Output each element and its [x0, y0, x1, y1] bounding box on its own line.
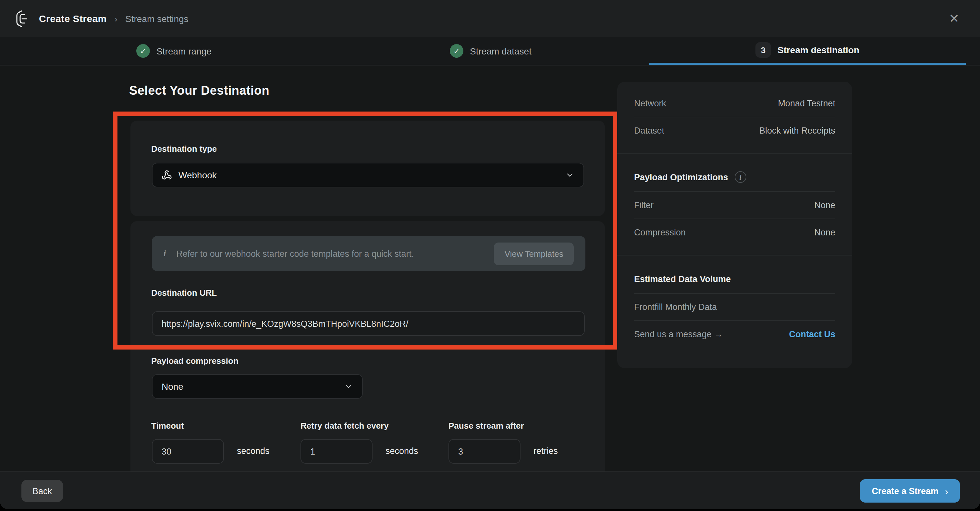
- chevron-down-icon: [344, 382, 353, 391]
- create-stream-label: Create a Stream: [872, 486, 939, 496]
- step-bar: ✓ Stream range ✓ Stream dataset 3 Stream…: [0, 37, 980, 65]
- summary-label: Dataset: [634, 126, 664, 135]
- summary-value: Block with Receipts: [759, 126, 835, 135]
- check-icon: ✓: [450, 44, 463, 58]
- summary-row-filter: Filter None: [634, 191, 835, 219]
- retry-label: Retry data fetch every: [301, 421, 389, 431]
- tab-label: Stream destination: [778, 45, 859, 55]
- chevron-right-icon: ›: [945, 486, 948, 497]
- summary-value: None: [814, 228, 835, 237]
- pause-label: Pause stream after: [449, 421, 524, 431]
- contact-us-link[interactable]: Contact Us: [789, 329, 835, 339]
- step-number-badge: 3: [756, 42, 771, 58]
- templates-banner: i Refer to our webhook starter code temp…: [152, 236, 585, 271]
- summary-row-frontfill: Frontfill Monthly Data: [634, 293, 835, 321]
- estimated-data-volume-title: Estimated Data Volume: [634, 265, 835, 293]
- destination-url-input[interactable]: [152, 311, 585, 336]
- create-stream-dialog: Create Stream › Stream settings ✕ ✓ Stre…: [0, 0, 980, 509]
- pause-input[interactable]: [449, 439, 520, 463]
- close-icon[interactable]: ✕: [943, 10, 964, 27]
- section-heading: Select Your Destination: [129, 84, 269, 98]
- title-text: Payload Optimizations: [634, 172, 728, 182]
- destination-type-card: Destination type Webhook: [130, 121, 605, 216]
- retry-input[interactable]: [301, 439, 372, 463]
- tab-stream-range[interactable]: ✓ Stream range: [16, 37, 332, 65]
- destination-url-label: Destination URL: [151, 288, 217, 298]
- webhook-icon: [162, 170, 172, 180]
- breadcrumb: Stream settings: [125, 13, 189, 24]
- summary-row-compression: Compression None: [634, 219, 835, 246]
- summary-row-contact: Send us a message → Contact Us: [634, 321, 835, 348]
- tab-label: Stream range: [156, 46, 212, 56]
- breadcrumb-chevron-icon: ›: [115, 13, 118, 24]
- payload-compression-select[interactable]: None: [152, 374, 363, 399]
- chevron-down-icon: [565, 171, 574, 179]
- payload-compression-value: None: [162, 381, 183, 392]
- tab-label: Stream dataset: [470, 46, 531, 56]
- destination-type-label: Destination type: [151, 144, 217, 154]
- create-stream-button[interactable]: Create a Stream ›: [860, 479, 960, 503]
- timeout-input[interactable]: [152, 439, 224, 463]
- summary-label: Network: [634, 98, 666, 108]
- tab-stream-dataset[interactable]: ✓ Stream dataset: [332, 37, 649, 65]
- summary-label: Frontfill Monthly Data: [634, 302, 717, 312]
- payload-compression-label: Payload compression: [151, 356, 239, 366]
- summary-value: Monad Testnet: [778, 98, 835, 108]
- footer-bar: Back Create a Stream ›: [0, 471, 980, 509]
- pause-unit: retries: [533, 446, 558, 456]
- summary-label: Compression: [634, 228, 686, 237]
- timeout-unit: seconds: [237, 446, 270, 456]
- banner-text: Refer to our webhook starter code templa…: [176, 249, 414, 259]
- tab-stream-destination[interactable]: 3 Stream destination: [649, 37, 966, 65]
- divider: [617, 153, 852, 154]
- quicknode-logo-icon: [16, 10, 31, 27]
- back-button[interactable]: Back: [21, 480, 63, 502]
- summary-card: Network Monad Testnet Dataset Block with…: [617, 82, 852, 368]
- contact-message: Send us a message →: [634, 329, 723, 339]
- destination-type-select[interactable]: Webhook: [152, 163, 584, 187]
- timeout-label: Timeout: [151, 421, 184, 431]
- destination-type-value: Webhook: [178, 170, 217, 180]
- info-circle-icon[interactable]: i: [735, 171, 746, 183]
- summary-row-network: Network Monad Testnet: [634, 89, 835, 117]
- info-icon: i: [164, 248, 166, 259]
- summary-value: None: [814, 200, 835, 210]
- retry-unit: seconds: [385, 446, 418, 456]
- summary-label: Filter: [634, 200, 654, 210]
- view-templates-button[interactable]: View Templates: [494, 242, 574, 265]
- check-icon: ✓: [136, 44, 150, 58]
- header: Create Stream › Stream settings ✕: [0, 0, 980, 37]
- payload-optimizations-title: Payload Optimizations i: [634, 163, 835, 191]
- divider: [617, 255, 852, 256]
- webhook-settings-card: i Refer to our webhook starter code temp…: [130, 221, 605, 471]
- page-title: Create Stream: [39, 13, 107, 24]
- summary-row-dataset: Dataset Block with Receipts: [634, 117, 835, 144]
